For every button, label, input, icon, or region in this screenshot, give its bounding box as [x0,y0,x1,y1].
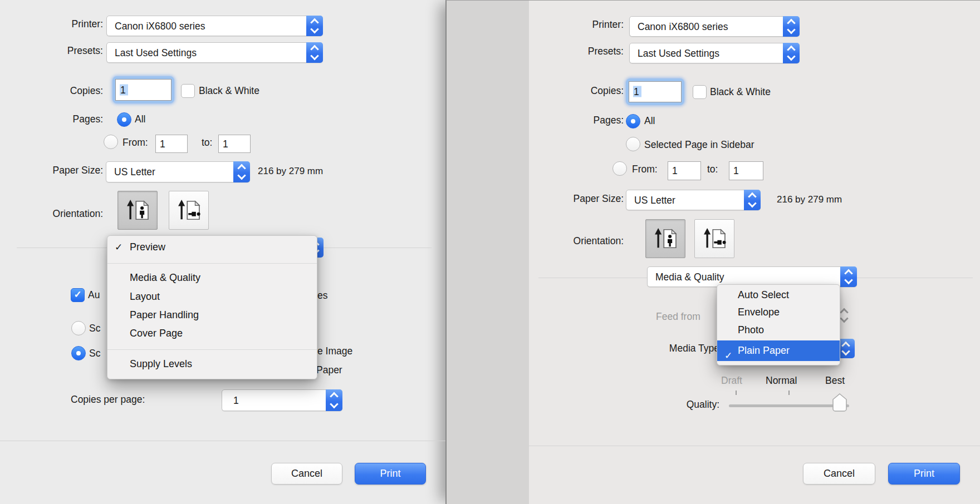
scale-to-fit-radio[interactable] [71,346,86,360]
copies-input-focus-ring: 1 [112,76,174,103]
orientation-landscape-button[interactable] [694,219,734,258]
quality-slider-track[interactable] [729,404,849,407]
stepper-icon [840,266,857,287]
slider-tick [788,391,790,395]
pages-all-radio[interactable] [626,114,640,129]
pages-all-label: All [135,113,145,125]
pages-selected-sidebar-label: Selected Page in Sidebar [644,139,754,151]
landscape-icon [176,197,202,223]
menu-item-label: Envelope [738,307,780,318]
presets-select[interactable]: Last Used Settings [106,42,323,63]
orientation-label: Orientation: [536,235,624,247]
paper-size-dimensions: 216 by 279 mm [258,166,323,177]
obscured-text-fragment-paper: Paper [316,364,342,376]
copies-input[interactable]: 1 [115,79,171,101]
sections-select-value: Media & Quality [655,271,724,283]
quality-tick-label-normal: Normal [766,375,797,387]
left-print-dialog: Printer: Canon iX6800 series Presets: La… [0,0,445,504]
check-icon: ✓ [724,345,732,366]
obscured-checkbox-label-fragment: Au [88,289,100,301]
copies-per-page-select[interactable]: 1 [222,389,342,411]
menu-item-label: Plain Paper [738,340,790,361]
sections-dropdown-menu: ✓ Preview Media & Quality Layout Paper H… [107,235,317,379]
menu-item-label: Preview [130,241,165,253]
right-print-dialog: Printer: Canon iX6800 series Presets: La… [445,0,980,504]
orientation-landscape-button[interactable] [169,191,209,230]
pages-from-input[interactable]: 1 [668,161,701,180]
obscured-text-fragment-image: e Image [317,345,352,357]
quality-tick-label-best: Best [825,375,845,387]
check-icon: ✓ [115,241,122,253]
pages-to-input[interactable]: 1 [729,161,763,180]
printer-select-value: Canon iX6800 series [115,20,205,32]
paper-size-value: US Letter [634,194,675,206]
copies-input[interactable]: 1 [629,81,682,102]
pages-all-label: All [644,115,655,127]
pages-label: Pages: [536,115,624,126]
copies-input-value: 1 [633,86,641,97]
copies-input-focus-ring: 1 [626,78,684,105]
pages-to-label: to: [707,164,718,175]
menu-item-label: Auto Select [738,289,789,301]
cancel-button[interactable]: Cancel [271,463,342,485]
pages-range-radio[interactable] [612,161,627,176]
copies-label: Copies: [536,85,624,97]
paper-size-value: US Letter [114,166,155,178]
screenshot-stage: Printer: Canon iX6800 series Presets: La… [0,0,980,504]
printer-select[interactable]: Canon iX6800 series [106,16,323,36]
stepper-icon [306,16,323,36]
slider-tick [736,391,737,395]
stepper-icon [233,161,250,182]
menu-item-label: Media & Quality [130,272,200,284]
menu-item-label: Photo [738,324,764,336]
cancel-button[interactable]: Cancel [803,463,875,485]
pages-to-value: 1 [223,138,228,150]
menu-item-label: Layout [130,291,160,303]
portrait-icon [125,197,150,223]
pages-from-value: 1 [160,138,165,150]
footer-divider [529,446,980,446]
menu-item-plain-paper[interactable]: ✓ Plain Paper [717,340,840,361]
quality-label: Quality: [631,399,719,411]
printer-select[interactable]: Canon iX6800 series [629,16,800,37]
obscured-scale-fit-label-fragment: Sc [89,348,100,359]
copies-input-value: 1 [120,84,128,95]
scale-radio[interactable] [71,321,86,335]
print-button[interactable]: Print [888,463,960,485]
menu-separator [107,263,317,264]
black-white-checkbox[interactable] [693,85,707,99]
presets-select[interactable]: Last Used Settings [629,43,800,63]
quality-slider-thumb[interactable] [832,393,847,414]
presets-label: Presets: [536,46,624,57]
stepper-icon [306,42,323,63]
black-white-checkbox[interactable] [181,84,195,98]
auto-rotate-checkbox[interactable]: ✓ [71,288,85,302]
printer-label: Printer: [11,18,103,30]
quality-tick-label-draft: Draft [721,375,742,387]
orientation-portrait-button[interactable] [645,219,685,258]
orientation-portrait-button[interactable] [117,191,158,230]
paper-size-select[interactable]: US Letter [626,190,761,210]
paper-size-label: Paper Size: [536,193,624,205]
obscured-scale-label-fragment: Sc [89,323,100,334]
paper-size-dimensions: 216 by 279 mm [777,194,842,205]
pages-selected-sidebar-radio[interactable] [626,137,640,151]
menu-item-label: Paper Handling [130,309,199,321]
pages-label: Pages: [11,113,103,125]
check-icon: ✓ [71,289,84,302]
stepper-icon [783,43,800,63]
obscured-text-fragment-es: es [317,290,327,302]
paper-size-select[interactable]: US Letter [106,161,250,182]
printer-label: Printer: [536,19,624,31]
pages-range-radio[interactable] [104,135,118,149]
menu-item-label: Cover Page [130,328,183,339]
pages-to-input[interactable]: 1 [218,135,251,153]
print-button[interactable]: Print [355,463,426,485]
stepper-icon [783,16,800,37]
pages-all-radio[interactable] [117,112,131,127]
pages-to-label: to: [202,137,212,149]
pages-from-label: From: [122,137,148,149]
preview-pane-edge [447,1,529,504]
pages-from-input[interactable]: 1 [155,135,188,153]
pages-to-value: 1 [733,165,739,177]
